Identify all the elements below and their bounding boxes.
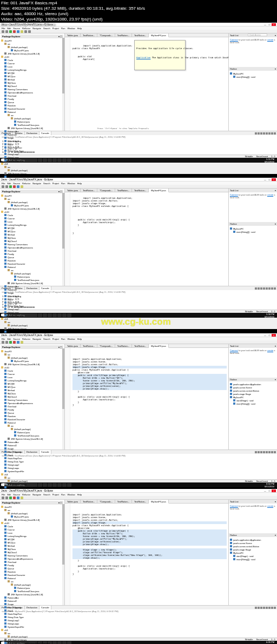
console-tool-icon[interactable] [271, 132, 273, 135]
menu-navigate[interactable]: Navigate [32, 493, 41, 496]
code-editor[interactable]: import javafx.application.Application; p… [65, 37, 228, 131]
menu-refactor[interactable]: Refactor [22, 493, 30, 496]
editor-tab[interactable]: TestRation... [115, 500, 132, 503]
scrollbar[interactable] [62, 193, 64, 286]
package-explorer[interactable]: Package Explorer▾ ⬚ JavaFXsrc(default pa… [0, 33, 65, 131]
menu-search[interactable]: Search [43, 182, 50, 185]
create-link[interactable]: create [267, 38, 273, 41]
window-titlebar[interactable]: Java - JavaFX/src/MyJavaFX.java - Eclips… [0, 178, 277, 182]
menu-file[interactable]: File [2, 338, 5, 340]
menu-source[interactable]: Source [13, 182, 20, 185]
editor-tab[interactable]: MyJavaFX.java [149, 189, 168, 192]
menu-help[interactable]: Help [77, 493, 82, 496]
editor-tab[interactable]: *Comparab... [97, 33, 115, 37]
package-explorer[interactable]: Package Explorer▾ ⬚ JavaFXsrc(default pa… [0, 500, 65, 605]
console-tool-icon[interactable] [255, 287, 257, 290]
console-tool-icon[interactable] [268, 451, 271, 453]
menu-project[interactable]: Project [52, 182, 59, 185]
editor-tab[interactable]: TestRation... [132, 500, 149, 503]
editor-tab[interactable]: TestRation... [132, 344, 149, 347]
menu-source[interactable]: Source [13, 338, 20, 340]
tool-icon[interactable] [17, 30, 19, 33]
console-tool-icon[interactable] [271, 287, 273, 290]
menu-run[interactable]: Run [61, 338, 65, 340]
menu-navigate[interactable]: Navigate [32, 182, 41, 185]
console-tool-icon[interactable] [263, 607, 265, 609]
taskbar-app[interactable] [67, 158, 71, 162]
console-tool-icon[interactable] [263, 287, 265, 290]
console-tool-icon[interactable] [255, 607, 257, 609]
tool-icon-4[interactable] [28, 30, 31, 33]
menu-help[interactable]: Help [77, 338, 82, 340]
menu-search[interactable]: Search [43, 493, 50, 496]
editor-tab[interactable]: TestRation... [81, 500, 97, 503]
console-tool-icon[interactable] [268, 132, 271, 135]
menu-project[interactable]: Project [52, 338, 59, 340]
console-tool-icon[interactable] [260, 451, 262, 453]
console-tool-icon[interactable] [268, 607, 271, 609]
console-tool-icon[interactable] [258, 451, 260, 453]
outline-item[interactable]: main(String[]) : void [230, 402, 276, 405]
menu-search[interactable]: Search [43, 338, 50, 340]
console-tool-icon[interactable] [260, 607, 262, 609]
package-explorer[interactable]: Package Explorer▾ ⬚ JavaFXsrc(default pa… [0, 344, 65, 450]
menu-project[interactable]: Project [52, 493, 59, 496]
console-tool-icon[interactable] [258, 607, 260, 609]
console-tool-icon[interactable] [266, 132, 268, 135]
menu-refactor[interactable]: Refactor [22, 338, 30, 340]
tree-item[interactable]: ComputeLoanUsingMinimumMonthPayment [1, 641, 63, 644]
menu-edit[interactable]: Edit [7, 493, 11, 496]
close-button[interactable]: × [272, 178, 276, 181]
code-editor[interactable]: import javafx.application.Application; i… [65, 192, 228, 286]
console-tool-icon[interactable] [274, 287, 276, 290]
system-tray[interactable]: 5:55 PM 8/11/2016 [263, 158, 276, 163]
console-tool-icon[interactable] [263, 132, 265, 135]
editor-tab[interactable]: TestRation... [115, 33, 132, 37]
editor-tab[interactable]: Tables.java [65, 189, 81, 192]
scrollbar[interactable] [62, 38, 64, 131]
maximize-button[interactable]: □ [267, 178, 272, 181]
tool-icon-3[interactable] [24, 30, 27, 33]
console-tool-icon[interactable] [266, 451, 268, 453]
new-icon[interactable] [2, 30, 4, 33]
editor-tab[interactable]: TestRation... [81, 189, 97, 192]
outline-item[interactable]: main(String[]) : void [230, 558, 276, 561]
menu-source[interactable]: Source [13, 493, 20, 496]
console-tool-icon[interactable] [255, 451, 257, 453]
debug-icon[interactable] [13, 30, 16, 33]
editor-tab[interactable]: MyJavaFX.java [149, 33, 168, 37]
outline-item[interactable]: main(String[]) : void [230, 75, 276, 78]
menu-edit[interactable]: Edit [7, 182, 11, 185]
save-icon[interactable] [5, 30, 8, 33]
maximize-button[interactable]: □ [267, 23, 272, 26]
console-tool-icon[interactable] [271, 451, 273, 453]
editor-tab[interactable]: *Comparab... [97, 344, 115, 347]
code-editor[interactable]: import javafx.application.Application;im… [65, 348, 228, 450]
editor-tab[interactable]: TestRation... [81, 33, 97, 37]
outline-item[interactable]: main(String[]) : void [230, 230, 276, 233]
console-tool-icon[interactable] [271, 607, 273, 609]
console-tool-icon[interactable] [268, 287, 271, 290]
menu-window[interactable]: Window [67, 493, 75, 496]
package-explorer[interactable]: Package Explorer▾ ⬚ JavaFXsrc(default pa… [0, 189, 65, 286]
menu-window[interactable]: Window [67, 182, 75, 185]
tool-icon[interactable] [2, 185, 4, 188]
menu-file[interactable]: File [2, 493, 5, 496]
editor-tab[interactable]: TestRation... [115, 344, 132, 347]
menu-run[interactable]: Run [61, 182, 65, 185]
editor-tab[interactable]: MyJavaFX.java [149, 500, 168, 504]
minimize-button[interactable]: — [263, 178, 267, 181]
run-icon[interactable] [9, 30, 12, 33]
console-tool-icon[interactable] [266, 607, 268, 609]
menu-navigate[interactable]: Navigate [32, 338, 41, 340]
editor-tab[interactable]: Tables.java [65, 33, 81, 37]
close-button[interactable]: × [272, 23, 276, 26]
editor-tab[interactable]: TestRation... [132, 33, 149, 37]
tool-icon-2[interactable] [21, 30, 23, 33]
console-tool-icon[interactable] [260, 132, 262, 135]
console-tool-icon[interactable] [255, 132, 257, 135]
menu-file[interactable]: File [2, 182, 5, 185]
console-tool-icon[interactable] [274, 132, 276, 135]
minimize-button[interactable]: — [263, 23, 267, 26]
editor-tab[interactable]: TestRation... [115, 189, 132, 192]
